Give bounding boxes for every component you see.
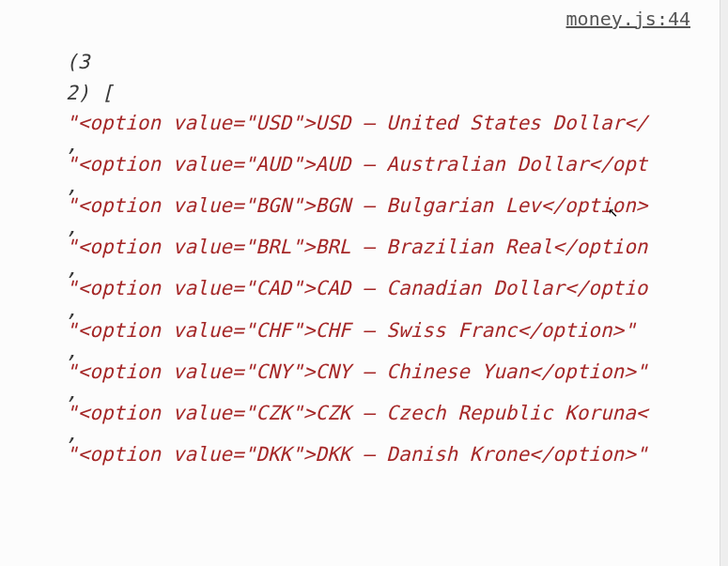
array-comma: , [66, 263, 728, 274]
array-item: "<option value="BGN">BGN – Bulgarian Lev… [66, 191, 728, 222]
console-output: (3 2) [ "<option value="USD">USD – Unite… [0, 0, 728, 469]
source-link[interactable]: money.js:44 [566, 8, 690, 30]
array-item: "<option value="CZK">CZK – Czech Republi… [66, 398, 728, 429]
array-length-header: (3 2) [ [66, 47, 728, 108]
array-comma: , [66, 304, 728, 315]
array-item: "<option value="USD">USD – United States… [66, 108, 728, 139]
array-item: "<option value="CAD">CAD – Canadian Doll… [66, 273, 728, 304]
array-comma: , [66, 222, 728, 233]
vertical-scrollbar-track[interactable] [720, 0, 728, 566]
array-comma: , [66, 345, 728, 357]
array-count-line2-open: 2) [ [66, 82, 114, 104]
array-item: "<option value="CNY">CNY – Chinese Yuan<… [66, 357, 728, 388]
array-comma: , [66, 387, 728, 398]
array-item: "<option value="AUD">AUD – Australian Do… [66, 149, 728, 180]
array-item: "<option value="CHF">CHF – Swiss Franc</… [66, 315, 728, 346]
array-comma: , [66, 139, 728, 150]
array-item: "<option value="DKK">DKK – Danish Krone<… [66, 439, 728, 470]
array-item: "<option value="BRL">BRL – Brazilian Rea… [66, 232, 728, 263]
array-count-line1: (3 [66, 51, 89, 73]
array-comma: , [66, 428, 728, 439]
array-comma: , [66, 180, 728, 191]
